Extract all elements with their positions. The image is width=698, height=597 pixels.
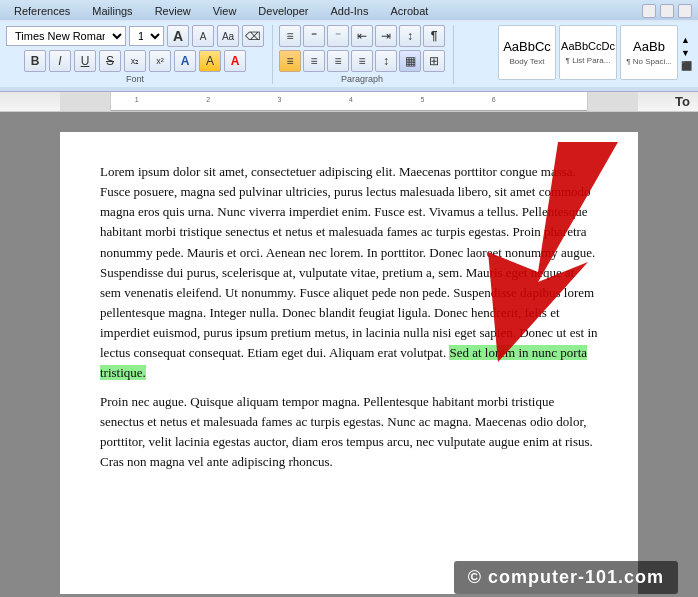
ribbon: Times New Roman 11 A A Aa ⌫ B I U S x₂ xyxy=(0,20,698,92)
style-no-spacing-name: ¶ No Spaci... xyxy=(626,57,672,66)
line-spacing-button[interactable]: ↕ xyxy=(375,50,397,72)
highlighted-text: Sed at lorem in nunc porta tristique. xyxy=(100,345,587,380)
maximize-button[interactable] xyxy=(660,4,674,18)
superscript-button[interactable]: x² xyxy=(149,50,171,72)
bullets-button[interactable]: ≡ xyxy=(279,25,301,47)
show-formatting-button[interactable]: ¶ xyxy=(423,25,445,47)
style-list-para-name: ¶ List Para... xyxy=(566,56,611,65)
document-page[interactable]: Lorem ipsum dolor sit amet, consectetuer… xyxy=(60,132,638,594)
tab-mailings[interactable]: Mailings xyxy=(82,2,142,20)
tab-view[interactable]: View xyxy=(203,2,247,20)
increase-indent-button[interactable]: ⇥ xyxy=(375,25,397,47)
ruler: 1 2 3 4 5 6 xyxy=(0,92,698,112)
ruler-inner: 1 2 3 4 5 6 xyxy=(110,92,588,111)
style-list-para-preview: AaBbCcDc xyxy=(561,40,615,53)
font-color-button[interactable]: A xyxy=(224,50,246,72)
strikethrough-button[interactable]: S xyxy=(99,50,121,72)
minimize-button[interactable] xyxy=(642,4,656,18)
app-window: References Mailings Review View Develope… xyxy=(0,0,698,597)
tab-references[interactable]: References xyxy=(4,2,80,20)
italic-button[interactable]: I xyxy=(49,50,71,72)
text-highlight-button[interactable]: A xyxy=(199,50,221,72)
ribbon-tabs: References Mailings Review View Develope… xyxy=(0,0,698,20)
subscript-button[interactable]: x₂ xyxy=(124,50,146,72)
sort-button[interactable]: ↕ xyxy=(399,25,421,47)
style-body-text[interactable]: AaBbCc Body Text xyxy=(498,25,556,80)
tab-addins[interactable]: Add-Ins xyxy=(321,2,379,20)
underline-button[interactable]: U xyxy=(74,50,96,72)
clear-formatting-button[interactable]: ⌫ xyxy=(242,25,264,47)
style-no-spacing-preview: AaBb xyxy=(633,39,665,55)
decrease-indent-button[interactable]: ⇤ xyxy=(351,25,373,47)
justify-button[interactable]: ≡ xyxy=(351,50,373,72)
text-effects-button[interactable]: A xyxy=(174,50,196,72)
to-label: To xyxy=(671,94,694,109)
tab-developer[interactable]: Developer xyxy=(248,2,318,20)
bold-button[interactable]: B xyxy=(24,50,46,72)
styles-scroll[interactable]: ▲ ▼ ⬛ xyxy=(681,35,692,71)
font-name-selector[interactable]: Times New Roman xyxy=(6,26,126,46)
document-text-continuation: Proin nec augue. Quisque aliquam tempor … xyxy=(100,392,598,473)
close-button[interactable] xyxy=(678,4,692,18)
font-group-label: Font xyxy=(126,74,144,84)
font-size-selector[interactable]: 11 xyxy=(129,26,164,46)
shading-button[interactable]: ▦ xyxy=(399,50,421,72)
numbering-button[interactable]: ⁼ xyxy=(303,25,325,47)
shrink-font-button[interactable]: A xyxy=(192,25,214,47)
style-body-text-name: Body Text xyxy=(510,57,545,66)
document-area: Lorem ipsum dolor sit amet, consectetuer… xyxy=(0,112,698,597)
style-no-spacing[interactable]: AaBb ¶ No Spaci... xyxy=(620,25,678,80)
ruler-left-margin xyxy=(60,92,110,111)
align-right-button[interactable]: ≡ xyxy=(327,50,349,72)
watermark: © computer-101.com xyxy=(454,561,678,594)
document-text-main: Lorem ipsum dolor sit amet, consectetuer… xyxy=(100,162,598,384)
tab-acrobat[interactable]: Acrobat xyxy=(380,2,438,20)
style-body-text-preview: AaBbCc xyxy=(503,39,551,55)
style-list-para[interactable]: AaBbCcDc ¶ List Para... xyxy=(559,25,617,80)
change-case-button[interactable]: Aa xyxy=(217,25,239,47)
borders-button[interactable]: ⊞ xyxy=(423,50,445,72)
align-center-button[interactable]: ≡ xyxy=(303,50,325,72)
grow-font-button[interactable]: A xyxy=(167,25,189,47)
ruler-right-margin xyxy=(588,92,638,111)
multilevel-list-button[interactable]: ⁻ xyxy=(327,25,349,47)
paragraph-group-label: Paragraph xyxy=(341,74,383,84)
tab-review[interactable]: Review xyxy=(145,2,201,20)
styles-panel: AaBbCc Body Text AaBbCcDc ¶ List Para...… xyxy=(498,25,692,80)
align-left-button[interactable]: ≡ xyxy=(279,50,301,72)
